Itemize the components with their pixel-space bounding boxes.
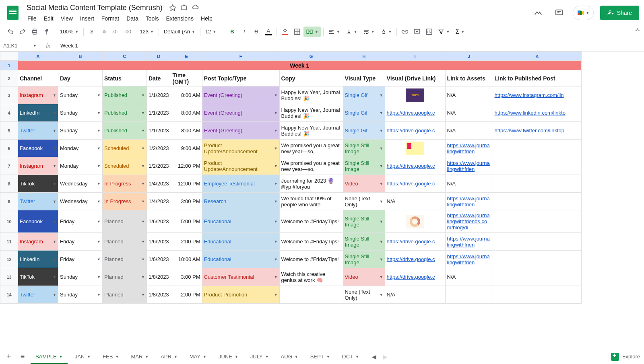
horizontal-align-button[interactable]: ▼ xyxy=(326,27,343,37)
assets-cell[interactable]: N/A xyxy=(445,175,493,193)
published-link[interactable]: https://www.twitter.com/linktop xyxy=(495,128,564,134)
topic-cell[interactable]: Educational▼ xyxy=(202,233,279,251)
visual-cell[interactable]: https://drive.google.c xyxy=(385,157,445,175)
status-cell[interactable]: Published▼ xyxy=(103,104,147,122)
day-cell[interactable]: Sunday▼ xyxy=(58,104,103,122)
col-header-J[interactable]: J xyxy=(445,52,493,61)
row-header-10[interactable]: 10 xyxy=(0,210,18,233)
row-header-12[interactable]: 12 xyxy=(0,251,18,268)
visual-link[interactable]: https://drive.google.c xyxy=(387,274,435,280)
col-header-A[interactable]: A xyxy=(18,52,58,61)
topic-cell[interactable]: Event (Greeting)▼ xyxy=(202,104,279,122)
menu-data[interactable]: Data xyxy=(123,14,142,23)
time-cell[interactable]: 9:00 AM xyxy=(171,140,202,157)
channel-cell[interactable]: Facebook▼ xyxy=(18,140,58,157)
comments-icon[interactable] xyxy=(552,6,566,20)
channel-cell[interactable]: TikTok▼ xyxy=(18,175,58,193)
visual-link[interactable]: https://drive.google.c xyxy=(387,181,435,187)
menu-help[interactable]: Help xyxy=(198,14,216,23)
print-button[interactable] xyxy=(29,27,40,37)
visual-cell[interactable]: N/A xyxy=(385,193,445,210)
fill-color-button[interactable] xyxy=(279,27,291,37)
copy-cell[interactable]: We promised you a great new year—so, xyxy=(279,157,343,175)
filter-button[interactable]: ▼ xyxy=(436,27,452,37)
visual-cell[interactable] xyxy=(385,210,445,233)
date-cell[interactable]: 1/6/2023 xyxy=(147,210,171,233)
visual-link[interactable]: https://drive.google.c xyxy=(387,163,435,169)
header-cell[interactable]: Link to Published Post xyxy=(493,70,581,86)
formula-input[interactable]: Week 1 xyxy=(56,43,644,49)
date-cell[interactable]: 1/4/2023 xyxy=(147,193,171,210)
insert-link-button[interactable] xyxy=(399,27,411,37)
assets-cell[interactable]: N/A xyxy=(445,104,493,122)
day-cell[interactable]: Wednesday▼ xyxy=(58,175,103,193)
row-header-14[interactable]: 14 xyxy=(0,286,18,304)
sheet-tab-oct[interactable]: OCT▼ xyxy=(337,351,364,363)
all-sheets-button[interactable]: ≡ xyxy=(17,351,28,362)
sheet-tab-apr[interactable]: APR▼ xyxy=(156,351,182,363)
row-header-4[interactable]: 4 xyxy=(0,104,18,122)
copy-cell[interactable]: Welcome to #FridayTips! xyxy=(279,251,343,268)
date-cell[interactable]: 1/1/2023 xyxy=(147,104,171,122)
header-cell[interactable]: Channel xyxy=(18,70,58,86)
header-cell[interactable]: Link to Assets xyxy=(445,70,493,86)
add-sheet-button[interactable]: + xyxy=(3,351,14,362)
visual-type-cell[interactable]: Single Still Image▼ xyxy=(343,251,385,268)
channel-cell[interactable]: TikTok▼ xyxy=(18,268,58,286)
published-cell[interactable] xyxy=(493,286,581,304)
topic-cell[interactable]: Product Update/Announcement▼ xyxy=(202,140,279,157)
time-cell[interactable]: 2:00 PM xyxy=(171,286,202,304)
published-cell[interactable]: https://www.linkedin.com/linkto xyxy=(493,104,581,122)
strikethrough-button[interactable]: S xyxy=(251,27,262,37)
time-cell[interactable]: 12:00 PM xyxy=(171,157,202,175)
topic-cell[interactable]: Educational▼ xyxy=(202,251,279,268)
zoom-select[interactable]: 100%▼ xyxy=(58,27,81,37)
copy-cell[interactable]: We found that 99% of people who write xyxy=(279,193,343,210)
text-color-button[interactable]: A xyxy=(263,27,274,37)
day-cell[interactable]: Sunday▼ xyxy=(58,268,103,286)
row-header-2[interactable]: 2 xyxy=(0,70,18,86)
sheets-logo[interactable] xyxy=(5,5,21,21)
day-cell[interactable]: Monday▼ xyxy=(58,140,103,157)
redo-button[interactable] xyxy=(17,27,28,37)
date-cell[interactable]: 1/4/2023 xyxy=(147,175,171,193)
currency-button[interactable]: $ xyxy=(86,27,97,37)
status-cell[interactable]: Published▼ xyxy=(103,122,147,140)
channel-cell[interactable]: Twitter▼ xyxy=(18,193,58,210)
copy-cell[interactable]: Welcome to #FridayTips! xyxy=(279,233,343,251)
col-header-B[interactable]: B xyxy=(58,52,103,61)
meet-button[interactable]: ▼ xyxy=(573,6,594,20)
col-header-C[interactable]: C xyxy=(103,52,147,61)
col-header-K[interactable]: K xyxy=(493,52,581,61)
status-cell[interactable]: Published▼ xyxy=(103,86,147,104)
visual-type-cell[interactable]: Video▼ xyxy=(343,175,385,193)
time-cell[interactable]: 8:00 AM xyxy=(171,104,202,122)
row-header-9[interactable]: 9 xyxy=(0,193,18,210)
col-header-G[interactable]: G xyxy=(279,52,343,61)
col-header-E[interactable]: E xyxy=(171,52,202,61)
assets-link[interactable]: https://www.journalingwithfrien xyxy=(447,160,490,172)
visual-cell[interactable]: https://drive.google.c xyxy=(385,122,445,140)
visual-cell[interactable]: https://drive.google.c xyxy=(385,251,445,268)
header-cell[interactable]: Copy xyxy=(279,70,343,86)
visual-cell[interactable]: 2023 xyxy=(385,86,445,104)
channel-cell[interactable]: LinkedIn▼ xyxy=(18,251,58,268)
topic-cell[interactable]: Product Update/Announcement▼ xyxy=(202,157,279,175)
assets-cell[interactable]: https://www.journalingwithfrien xyxy=(445,251,493,268)
day-cell[interactable]: Sunday▼ xyxy=(58,86,103,104)
time-cell[interactable]: 5:00 PM xyxy=(171,210,202,233)
day-cell[interactable]: Friday▼ xyxy=(58,233,103,251)
more-formats-button[interactable]: 123▼ xyxy=(137,27,156,37)
col-header-D[interactable]: D xyxy=(147,52,171,61)
date-cell[interactable]: 1/8/2023 xyxy=(147,268,171,286)
sheet-tab-july[interactable]: JULY▼ xyxy=(246,351,274,363)
visual-cell[interactable]: https://drive.google.c xyxy=(385,233,445,251)
date-cell[interactable]: 1/1/2023 xyxy=(147,86,171,104)
visual-type-cell[interactable]: Single Still Image▼ xyxy=(343,157,385,175)
spreadsheet-grid[interactable]: ABCDEFGHIJK1Week 12ChannelDayStatusDateT… xyxy=(0,51,644,349)
header-cell[interactable]: Date xyxy=(147,70,171,86)
time-cell[interactable]: 8:00 AM xyxy=(171,86,202,104)
menu-file[interactable]: File xyxy=(24,14,40,23)
collapse-toolbar-icon[interactable]: ㅅ xyxy=(634,26,641,34)
published-cell[interactable]: https://www.instagram.com/lin xyxy=(493,86,581,104)
